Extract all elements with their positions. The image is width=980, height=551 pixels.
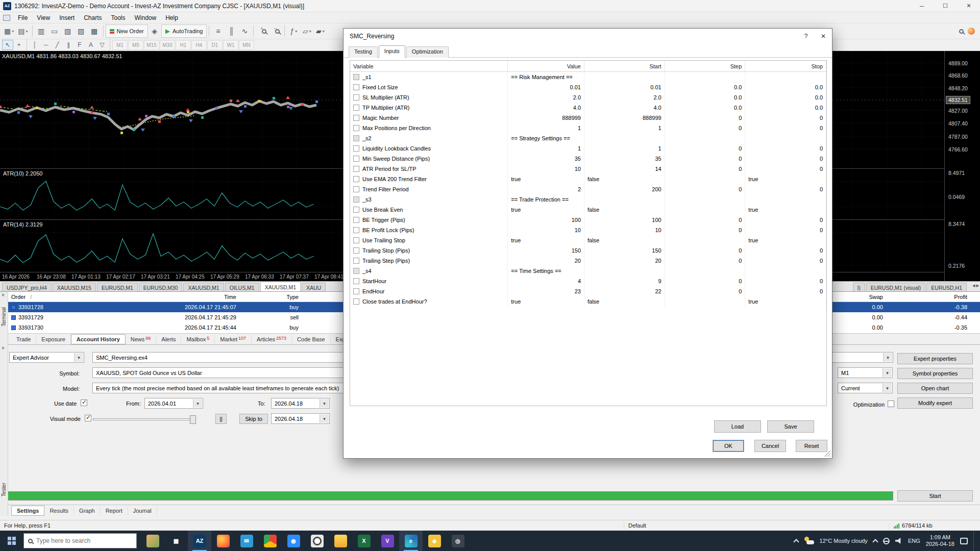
show-desktop-button[interactable] xyxy=(973,531,976,551)
column-step[interactable]: Step xyxy=(665,61,746,71)
new-chart-button[interactable]: ▦▾ xyxy=(2,24,16,38)
input-start[interactable]: 20 xyxy=(584,256,665,266)
taskbar-app-button[interactable]: e xyxy=(399,531,423,551)
chart-tab[interactable]: XAUUSD,M15 xyxy=(53,283,96,291)
input-start[interactable]: 14 xyxy=(584,164,665,174)
input-start[interactable]: 0.01 xyxy=(584,82,665,92)
input-row[interactable]: TP Multiplier (ATR) 4.0 4.0 0.0 0.0 xyxy=(350,103,826,113)
menu-item[interactable]: View xyxy=(32,13,55,23)
input-stop[interactable]: 0 xyxy=(745,215,826,225)
reset-button[interactable]: Reset xyxy=(796,440,827,452)
input-step[interactable] xyxy=(665,72,746,82)
input-start[interactable]: 100 xyxy=(584,215,665,225)
column-order[interactable]: Order/ xyxy=(11,292,103,302)
input-value[interactable]: 10 xyxy=(508,225,584,235)
chart-tab[interactable]: EURUSD,M1 (visual) xyxy=(866,283,926,291)
input-step[interactable]: 0 xyxy=(665,164,746,174)
terminal-tab[interactable]: Trade xyxy=(11,335,36,344)
tester-side-button[interactable]: Modify expert xyxy=(897,397,973,409)
input-start[interactable]: false xyxy=(584,296,665,307)
input-stop[interactable]: true xyxy=(745,235,826,245)
data-window-button[interactable]: ▭ xyxy=(48,24,61,38)
tester-tab[interactable]: Report xyxy=(101,506,128,515)
dialog-tab[interactable]: Optimization xyxy=(406,46,449,58)
input-stop[interactable]: 0 xyxy=(745,184,826,194)
taskbar-app-button[interactable] xyxy=(305,531,329,551)
skip-to-button[interactable]: Skip to xyxy=(239,414,268,424)
input-row[interactable]: ATR Period for SL/TP 10 14 0 0 xyxy=(350,164,826,174)
input-value[interactable]: == Risk Management == xyxy=(508,72,584,82)
input-value[interactable]: true xyxy=(508,174,584,184)
chart-tab[interactable]: XAUU xyxy=(302,283,326,291)
input-step[interactable]: 0 xyxy=(665,225,746,235)
input-start[interactable] xyxy=(584,266,665,276)
input-step[interactable]: 0 xyxy=(665,245,746,256)
input-row[interactable]: StartHour 4 9 0 0 xyxy=(350,276,826,286)
input-row[interactable]: Min Sweep Distance (Pips) 35 35 0 0 xyxy=(350,154,826,164)
input-step[interactable] xyxy=(665,194,746,205)
input-step[interactable]: 0 xyxy=(665,184,746,194)
dialog-tab[interactable]: Testing xyxy=(349,46,378,58)
timeframe-button[interactable]: M30 xyxy=(160,40,175,50)
taskbar-app-button[interactable]: ✉ xyxy=(235,531,258,551)
cursor-tool-button[interactable]: ↖ xyxy=(2,40,13,50)
input-start[interactable]: 9 xyxy=(584,276,665,286)
row-checkbox[interactable] xyxy=(353,105,359,111)
input-value[interactable]: 888999 xyxy=(508,113,584,123)
strategy-tester-button[interactable]: ▩ xyxy=(88,24,101,38)
input-step[interactable]: 0 xyxy=(665,123,746,133)
period-select[interactable]: M1 xyxy=(838,367,893,378)
input-stop[interactable]: 0 xyxy=(745,113,826,123)
save-button[interactable]: Save xyxy=(767,420,814,433)
input-step[interactable] xyxy=(665,174,746,184)
input-row[interactable]: EndHour 23 22 0 0 xyxy=(350,286,826,296)
input-value[interactable]: 4 xyxy=(508,276,584,286)
dialog-titlebar[interactable]: SMC_Reversing xyxy=(344,29,832,44)
maximize-button[interactable]: ☐ xyxy=(935,0,955,12)
metaeditor-button[interactable]: ◈ xyxy=(148,24,161,38)
taskbar-clock[interactable]: 1:09 AM 2026-04-18 xyxy=(926,534,954,547)
input-step[interactable] xyxy=(665,296,746,307)
hidden-icons-chevron-icon[interactable] xyxy=(793,539,799,544)
taskbar-app-button[interactable]: V xyxy=(376,531,399,551)
input-row[interactable]: Use EMA 200 Trend Filter true false true xyxy=(350,174,826,184)
row-checkbox[interactable] xyxy=(353,288,359,294)
input-start[interactable] xyxy=(584,194,665,205)
menu-item[interactable]: Tools xyxy=(107,13,130,23)
menu-item[interactable]: Help xyxy=(161,13,183,23)
chart-bars-button[interactable]: ≡ xyxy=(211,24,225,38)
input-value[interactable]: == Time Settings == xyxy=(508,266,584,276)
taskbar-app-button[interactable]: ◉ xyxy=(282,531,305,551)
weather-text[interactable]: 12°C Mostly cloudy xyxy=(820,538,868,544)
input-stop[interactable]: true xyxy=(745,174,826,184)
row-checkbox[interactable] xyxy=(353,156,359,162)
input-step[interactable]: 0 xyxy=(665,256,746,266)
input-value[interactable]: 2.0 xyxy=(508,92,584,103)
row-checkbox[interactable] xyxy=(353,207,359,213)
tester-tab[interactable]: Journal xyxy=(128,506,157,515)
row-checkbox[interactable] xyxy=(353,227,359,233)
input-stop[interactable]: 0 xyxy=(745,225,826,235)
input-row[interactable]: Trailing Step (Pips) 20 20 0 0 xyxy=(350,256,826,266)
use-date-checkbox[interactable] xyxy=(81,399,87,406)
input-value[interactable]: == Strategy Settings == xyxy=(508,133,584,143)
column-type[interactable]: Type xyxy=(238,292,299,302)
input-start[interactable]: false xyxy=(584,205,665,215)
community-icon[interactable] xyxy=(968,28,975,35)
indicators-button[interactable]: ƒ▾ xyxy=(287,24,300,38)
volume-icon[interactable] xyxy=(895,538,902,544)
taskbar-app-button[interactable] xyxy=(329,531,352,551)
periods-button[interactable]: ▱▾ xyxy=(300,24,313,38)
taskbar-app-button[interactable]: ▦ xyxy=(164,531,188,551)
input-start[interactable]: 4.0 xyxy=(584,103,665,113)
input-step[interactable]: 0 xyxy=(665,143,746,154)
row-checkbox[interactable] xyxy=(353,74,359,80)
row-checkbox[interactable] xyxy=(353,258,359,264)
input-stop[interactable] xyxy=(745,194,826,205)
row-checkbox[interactable] xyxy=(353,166,359,172)
chart-tab[interactable]: EURUSD,H1 xyxy=(926,283,967,291)
dialog-close-button[interactable]: ✕ xyxy=(815,29,832,44)
input-value[interactable]: 4.0 xyxy=(508,103,584,113)
notification-center-icon[interactable] xyxy=(960,538,968,544)
menu-item[interactable]: Insert xyxy=(55,13,79,23)
